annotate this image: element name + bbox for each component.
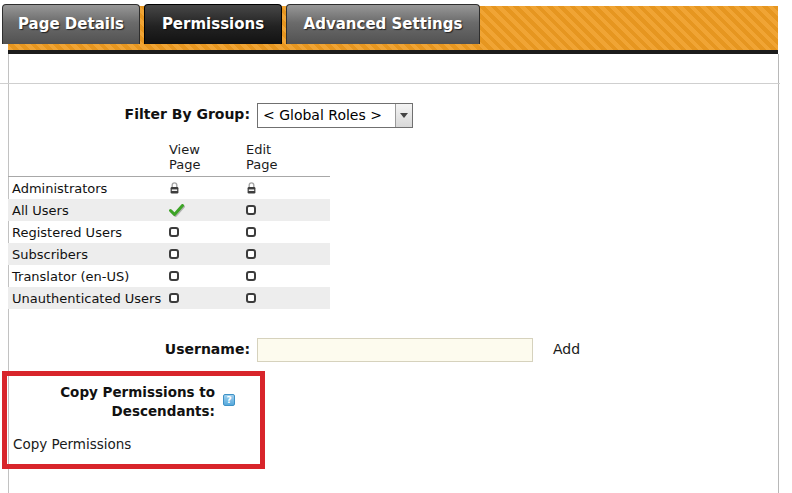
checkbox[interactable] [169, 249, 179, 259]
tab-strip-shadow [8, 50, 778, 54]
role-name: Subscribers [8, 247, 166, 262]
table-row: Translator (en-US) [8, 265, 330, 287]
check-icon[interactable] [169, 204, 184, 217]
view-page-cell [166, 181, 243, 195]
username-label: Username: [0, 341, 250, 357]
role-name: All Users [8, 203, 166, 218]
tab-advanced-settings[interactable]: Advanced Settings [286, 4, 480, 44]
view-page-cell [166, 204, 243, 217]
checkbox[interactable] [169, 227, 179, 237]
filter-by-group-select[interactable]: < Global Roles > [257, 103, 413, 128]
role-column-spacer [8, 139, 166, 176]
checkbox[interactable] [246, 293, 256, 303]
edit-page-cell [243, 293, 330, 303]
role-name: Registered Users [8, 225, 166, 240]
permissions-table-header: View Page Edit Page [8, 139, 330, 177]
role-name: Translator (en-US) [8, 269, 166, 284]
checkbox[interactable] [246, 227, 256, 237]
edit-page-cell [243, 205, 330, 215]
permissions-table: View Page Edit Page Administrators All U… [8, 139, 330, 309]
table-row: Unauthenticated Users [8, 287, 330, 309]
username-input[interactable] [257, 338, 533, 362]
horizontal-divider [0, 83, 780, 84]
view-page-column-header: View Page [166, 139, 211, 176]
edit-page-cell [243, 227, 330, 237]
view-page-cell [166, 271, 243, 281]
checkbox[interactable] [169, 293, 179, 303]
checkbox[interactable] [246, 271, 256, 281]
tab-bar: Page Details Permissions Advanced Settin… [2, 4, 480, 44]
add-link[interactable]: Add [553, 341, 580, 357]
copy-permissions-link[interactable]: Copy Permissions [13, 436, 131, 452]
table-row: Registered Users [8, 221, 330, 243]
help-icon[interactable]: ? [223, 394, 235, 406]
checkbox[interactable] [246, 249, 256, 259]
filter-by-group-label: Filter By Group: [0, 106, 250, 122]
edit-page-cell [243, 249, 330, 259]
table-row: Subscribers [8, 243, 330, 265]
checkbox[interactable] [246, 205, 256, 215]
edit-page-cell [243, 271, 330, 281]
table-row: Administrators [8, 177, 330, 199]
checkbox[interactable] [169, 271, 179, 281]
view-page-cell [166, 293, 243, 303]
dropdown-arrow-icon [395, 104, 412, 127]
table-row: All Users [8, 199, 330, 221]
role-name: Unauthenticated Users [8, 291, 166, 306]
tab-permissions[interactable]: Permissions [144, 4, 282, 44]
copy-permissions-label: Copy Permissions to Descendants: [7, 383, 215, 421]
lock-icon [169, 181, 180, 195]
role-name: Administrators [8, 181, 166, 196]
permissions-rows: Administrators All Users Registered User… [8, 177, 330, 309]
view-page-cell [166, 227, 243, 237]
tab-page-details[interactable]: Page Details [2, 4, 140, 44]
edit-page-cell [243, 181, 330, 195]
filter-selected-value: < Global Roles > [258, 104, 395, 127]
lock-icon [246, 181, 257, 195]
view-page-cell [166, 249, 243, 259]
edit-page-column-header: Edit Page [243, 139, 288, 176]
